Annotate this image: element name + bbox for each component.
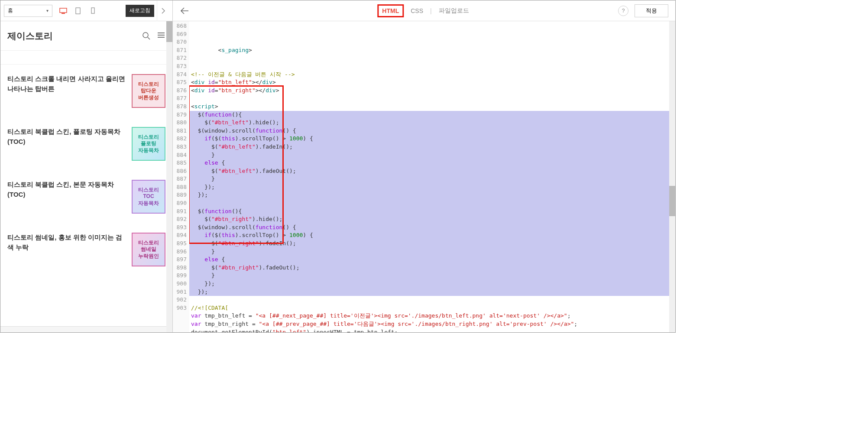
- code-line: });: [189, 280, 675, 288]
- code-line: }: [189, 272, 675, 280]
- code-line: if($(this).scrollTop() > 1000) {: [189, 231, 675, 240]
- search-icon[interactable]: [142, 32, 151, 40]
- post-item[interactable]: 티스토리 북클럽 스킨, 본문 자동목차(TOC)티스토리TOC자동목차: [7, 170, 165, 223]
- desktop-icon[interactable]: [57, 5, 70, 17]
- line-number: 889: [173, 191, 187, 199]
- code-line: <s_paging>: [189, 46, 675, 55]
- svg-line-5: [148, 37, 150, 39]
- line-number: 877: [173, 94, 187, 103]
- preview-frame: 제이스토리 티스토리 스크롤 내리면 사라지고 올리면 나타나는 탑버튼티스토리…: [0, 21, 172, 326]
- code-line: //<![CDATA[: [189, 304, 675, 312]
- editor-scrollbar[interactable]: [669, 21, 675, 332]
- expand-right-icon[interactable]: [157, 0, 169, 21]
- horizontal-scrollbar[interactable]: [0, 326, 172, 332]
- line-number: 901: [173, 288, 187, 296]
- preview-panel: 홈 ▾ 새로고침 제이스토리: [0, 0, 173, 332]
- line-number: 872: [173, 54, 187, 62]
- line-number: 874: [173, 71, 187, 79]
- code-line: [189, 94, 675, 103]
- code-line: });: [189, 288, 675, 296]
- scroll-thumb[interactable]: [166, 21, 172, 42]
- editor-panel: HTML CSS | 파일업로드 ? 적용 868869870871872873…: [173, 0, 675, 332]
- code-line: $(function(){: [189, 111, 675, 119]
- svg-rect-1: [62, 13, 65, 14]
- post-thumbnail: 티스토리탑다운버튼생성: [132, 74, 165, 108]
- line-number: 886: [173, 167, 187, 175]
- line-gutter: 8688698708718728738748758768778788798808…: [173, 21, 189, 332]
- chevron-down-icon: ▾: [46, 8, 49, 13]
- preview-scrollbar[interactable]: [166, 21, 172, 332]
- line-number: 876: [173, 87, 187, 95]
- back-arrow-icon[interactable]: [180, 7, 193, 15]
- line-number: 902: [173, 296, 187, 304]
- post-title: 티스토리 썸네일, 홍보 위한 이미지는 검색 누락: [7, 233, 126, 252]
- line-number: 887: [173, 175, 187, 183]
- post-title: 티스토리 북클럽 스킨, 본문 자동목차(TOC): [7, 180, 126, 199]
- line-number: 903: [173, 304, 187, 312]
- code-area[interactable]: <s_paging> <!-- 이전글 & 다음글 버튼 시작 --><div …: [189, 21, 675, 332]
- code-line: $(function(){: [189, 208, 675, 216]
- line-number: 883: [173, 143, 187, 151]
- line-number: 868: [173, 22, 187, 30]
- line-number: 897: [173, 256, 187, 264]
- code-line: [189, 199, 675, 208]
- mobile-icon[interactable]: [86, 5, 99, 17]
- editor-tabs: HTML CSS | 파일업로드: [377, 4, 470, 17]
- code-line: $("#btn_right").fadeOut();: [189, 264, 675, 272]
- post-item[interactable]: 티스토리 북클럽 스킨, 플로팅 자동목차(TOC)티스토리플로팅자동목차: [7, 117, 165, 170]
- line-number: 890: [173, 199, 187, 208]
- code-line: $("#btn_left").fadeOut();: [189, 167, 675, 175]
- code-line: <div id="btn_right"></div>: [189, 87, 675, 95]
- editor-toolbar: HTML CSS | 파일업로드 ? 적용: [173, 0, 675, 21]
- line-number: 898: [173, 264, 187, 272]
- line-number: 892: [173, 215, 187, 224]
- code-line: else {: [189, 159, 675, 167]
- code-line: }: [189, 248, 675, 256]
- help-button[interactable]: ?: [618, 6, 628, 16]
- site-title: 제이스토리: [7, 30, 53, 42]
- svg-rect-0: [60, 8, 67, 13]
- tablet-icon[interactable]: [71, 5, 84, 17]
- code-line: $("#btn_left").hide();: [189, 119, 675, 127]
- line-number: 879: [173, 111, 187, 119]
- svg-rect-3: [91, 8, 94, 13]
- code-editor[interactable]: 8688698708718728738748758768778788798808…: [173, 21, 675, 332]
- code-line: [189, 296, 675, 304]
- post-thumbnail: 티스토리TOC자동목차: [132, 180, 165, 214]
- tab-html[interactable]: HTML: [377, 4, 404, 17]
- code-line: }: [189, 175, 675, 183]
- tab-separator: |: [430, 7, 432, 14]
- code-line: var tmp_btn_left = "<a [##_next_page_##]…: [189, 312, 675, 320]
- line-number: 881: [173, 127, 187, 135]
- line-number: 878: [173, 103, 187, 111]
- apply-button[interactable]: 적용: [635, 4, 668, 17]
- code-line: document.getElementById("btn_left").inne…: [189, 328, 675, 332]
- tab-upload[interactable]: 파일업로드: [437, 6, 471, 16]
- post-thumbnail: 티스토리플로팅자동목차: [132, 127, 165, 161]
- line-number: 896: [173, 248, 187, 256]
- code-line: $("#btn_right").fadeIn();: [189, 240, 675, 248]
- code-line: });: [189, 191, 675, 199]
- line-number: 880: [173, 119, 187, 127]
- post-item[interactable]: 티스토리 스크롤 내리면 사라지고 올리면 나타나는 탑버튼티스토리탑다운버튼생…: [7, 65, 165, 117]
- line-number: 899: [173, 272, 187, 280]
- page-dropdown[interactable]: 홈 ▾: [4, 5, 52, 17]
- menu-icon[interactable]: [157, 32, 165, 40]
- site-header: 제이스토리: [0, 21, 172, 51]
- post-title: 티스토리 북클럽 스킨, 플로팅 자동목차(TOC): [7, 127, 126, 146]
- tab-css[interactable]: CSS: [409, 6, 425, 15]
- line-number: 882: [173, 135, 187, 143]
- line-number: 871: [173, 46, 187, 55]
- line-number: 869: [173, 30, 187, 39]
- refresh-button[interactable]: 새로고침: [126, 5, 154, 17]
- code-line: }: [189, 151, 675, 159]
- scroll-thumb[interactable]: [669, 186, 675, 216]
- preview-toolbar: 홈 ▾ 새로고침: [0, 0, 172, 21]
- line-number: 873: [173, 62, 187, 71]
- post-title: 티스토리 스크롤 내리면 사라지고 올리면 나타나는 탑버튼: [7, 74, 126, 94]
- line-number: 885: [173, 159, 187, 167]
- code-line: $(window).scroll(function() {: [189, 127, 675, 135]
- svg-point-4: [143, 32, 148, 38]
- post-item[interactable]: 티스토리 썸네일, 홍보 위한 이미지는 검색 누락티스토리썸네일누락원인: [7, 223, 165, 276]
- code-line: <div id="btn_left"></div>: [189, 78, 675, 87]
